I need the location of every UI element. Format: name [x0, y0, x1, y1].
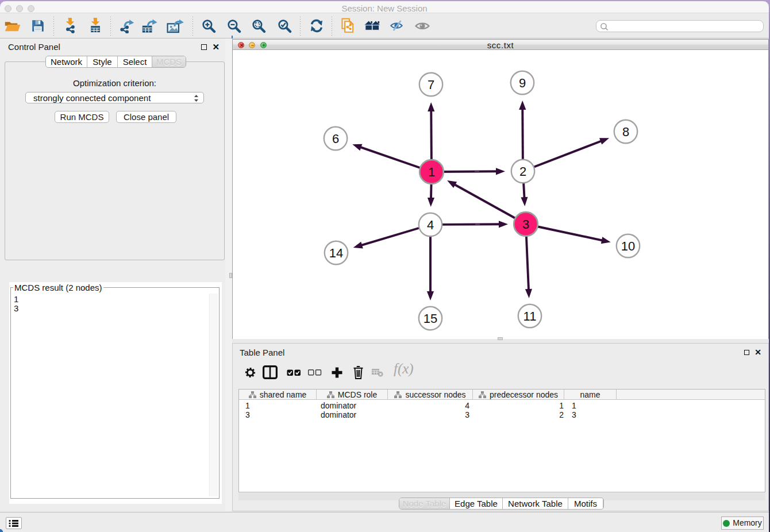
- svg-text:9: 9: [519, 76, 526, 90]
- svg-text:10: 10: [621, 239, 635, 253]
- svg-text:1: 1: [428, 165, 435, 179]
- svg-text:4: 4: [427, 218, 434, 232]
- svg-text:8: 8: [622, 125, 629, 139]
- svg-text:7: 7: [428, 78, 434, 92]
- svg-text:3: 3: [522, 217, 529, 232]
- svg-text:11: 11: [523, 309, 537, 323]
- svg-text:6: 6: [332, 132, 339, 146]
- svg-text:14: 14: [329, 246, 343, 260]
- svg-text:15: 15: [424, 311, 437, 326]
- svg-text:2: 2: [519, 164, 526, 179]
